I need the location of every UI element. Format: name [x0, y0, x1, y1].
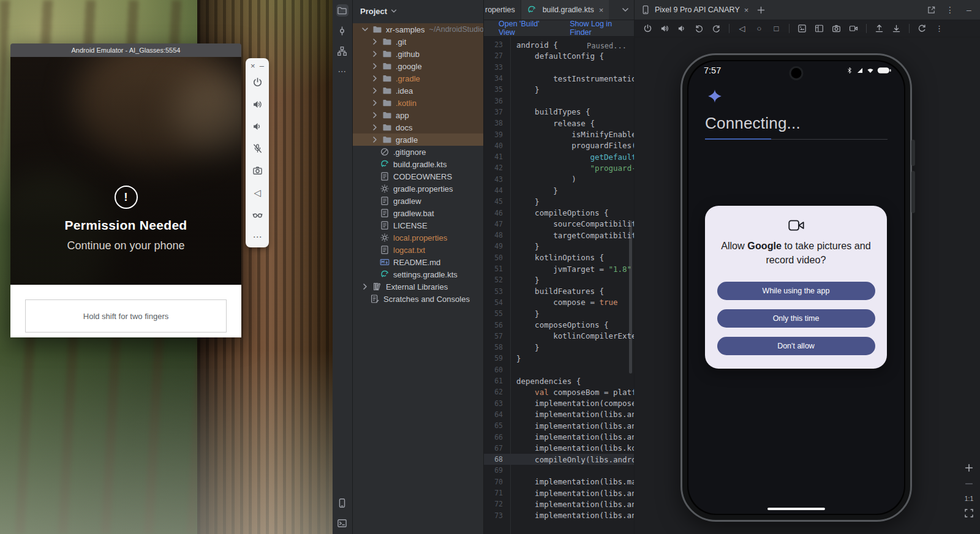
tree-item-external-libraries[interactable]: External Libraries — [353, 280, 483, 293]
device-phone-icon[interactable] — [336, 497, 349, 509]
commit-icon[interactable] — [336, 24, 349, 37]
tree-item-license[interactable]: LICENSE — [353, 219, 483, 231]
tree-item-gradlew-bat[interactable]: gradlew.bat — [353, 207, 483, 219]
tree-item-label: LICENSE — [393, 221, 428, 230]
more-icon[interactable]: ⋯ — [336, 65, 349, 77]
editor-scrollbar[interactable] — [629, 220, 632, 374]
hide-panel-icon[interactable]: – — [964, 5, 974, 15]
tree-item--github[interactable]: .github — [353, 48, 483, 60]
chevron-right-icon[interactable] — [370, 86, 380, 96]
tree-item-gradle[interactable]: gradle — [353, 134, 483, 146]
camera-icon[interactable] — [252, 165, 263, 176]
line-number: 49 — [484, 242, 510, 250]
folder-icon — [382, 61, 392, 71]
volume-down-icon[interactable] — [252, 121, 263, 132]
close-icon[interactable]: × — [251, 62, 255, 70]
tab-gradle-properties[interactable]: roperties — [484, 0, 521, 20]
chevron-right-icon[interactable] — [370, 98, 380, 108]
open-build-view-link[interactable]: Open 'Build' View — [499, 20, 556, 37]
dialog-button-don-t-allow[interactable]: Don't allow — [717, 337, 875, 355]
download-icon[interactable] — [892, 24, 901, 33]
upload-icon[interactable] — [875, 24, 884, 33]
tree-item--idea[interactable]: .idea — [353, 85, 483, 97]
tree-item-logcat-txt[interactable]: logcat.txt — [353, 244, 483, 256]
chevron-down-icon[interactable] — [360, 24, 370, 34]
tree-item--kotlin[interactable]: .kotlin — [353, 97, 483, 109]
code-line-39: 39 isMinifyEnabled — [484, 129, 634, 140]
show-log-in-finder-link[interactable]: Show Log in Finder — [570, 20, 634, 37]
structure-icon[interactable] — [336, 45, 349, 57]
tree-item-settings-gradle-kts[interactable]: settings.gradle.kts — [353, 268, 483, 280]
fit-screen-icon[interactable] — [964, 508, 974, 518]
line-number: 59 — [484, 354, 510, 363]
rotate-right-icon[interactable] — [712, 24, 721, 33]
tabs-dropdown-icon[interactable] — [620, 5, 630, 15]
volume-up-icon[interactable] — [252, 99, 263, 110]
tab-build-gradle-kts[interactable]: build.gradle.kts × — [521, 0, 609, 20]
tree-item-gradlew[interactable]: gradlew — [353, 195, 483, 207]
chevron-right-icon[interactable] — [370, 61, 380, 71]
layout-icon[interactable] — [815, 24, 824, 33]
terminal-icon[interactable] — [336, 517, 349, 529]
rotate-left-icon[interactable] — [695, 24, 704, 33]
emulator-window-title[interactable]: Android Emulator - AI_Glasses:5554 — [10, 43, 241, 57]
chevron-right-icon[interactable] — [360, 282, 370, 291]
tree-item--git[interactable]: .git — [353, 36, 483, 48]
restart-icon[interactable] — [918, 24, 927, 33]
tree-item--gitignore[interactable]: .gitignore — [353, 146, 483, 158]
chevron-down-icon[interactable] — [390, 7, 398, 15]
tree-item--google[interactable]: .google — [353, 60, 483, 72]
more-vertical-icon[interactable]: ⋮ — [935, 24, 944, 33]
power-icon[interactable] — [643, 24, 652, 33]
close-device-tab-icon[interactable]: × — [744, 6, 749, 15]
dialog-button-only-this-time[interactable]: Only this time — [717, 309, 875, 328]
volume-up-icon[interactable] — [660, 24, 669, 33]
home-icon[interactable]: ○ — [755, 24, 764, 33]
back-icon[interactable]: ◁ — [737, 24, 747, 33]
emulator-screen[interactable]: ! Permission Needed Continue on your pho… — [10, 57, 241, 285]
chevron-right-icon[interactable] — [370, 37, 380, 47]
chevron-right-icon[interactable] — [370, 135, 380, 145]
tree-item-codeowners[interactable]: CODEOWNERS — [353, 170, 483, 182]
video-icon[interactable] — [849, 24, 858, 33]
code-line-51: 51 jvmTarget = "1.8" — [484, 263, 634, 274]
tree-item-build-gradle-kts[interactable]: build.gradle.kts — [353, 158, 483, 170]
zoom-out-icon[interactable] — [964, 479, 974, 489]
line-number: 27 — [484, 51, 510, 60]
device-tab[interactable]: Pixel 9 Pro API CANARY — [655, 6, 740, 14]
dialog-button-while-using-the-app[interactable]: While using the app — [717, 282, 875, 300]
project-folder-icon[interactable] — [336, 4, 349, 17]
tree-item-docs[interactable]: docs — [353, 121, 483, 134]
tree-item-app[interactable]: app — [353, 109, 483, 121]
more-icon[interactable]: ⋯ — [252, 231, 263, 242]
chevron-right-icon[interactable] — [370, 49, 380, 59]
volume-down-icon[interactable] — [677, 24, 687, 33]
tree-item-local-properties[interactable]: local.properties — [353, 231, 483, 244]
glasses-icon[interactable] — [252, 209, 263, 220]
code-line-68: 68 compileOnly(libs.android — [484, 454, 634, 465]
add-device-tab-icon[interactable] — [756, 6, 766, 15]
chevron-right-icon[interactable] — [370, 110, 380, 120]
minimize-icon[interactable]: – — [260, 62, 264, 70]
power-icon[interactable] — [252, 77, 263, 88]
tree-item-scratches-and-consoles[interactable]: Scratches and Consoles — [353, 293, 483, 305]
open-in-window-icon[interactable] — [926, 5, 936, 15]
close-tab-icon[interactable]: × — [599, 6, 604, 15]
project-panel-title[interactable]: Project — [360, 7, 387, 16]
more-options-icon[interactable]: ⋮ — [945, 5, 955, 15]
chevron-right-icon[interactable] — [370, 73, 380, 83]
screenshot-icon[interactable] — [797, 24, 807, 33]
device-screen[interactable]: 7:57 Connecting... Allow Google to take … — [688, 61, 904, 514]
chevron-right-icon[interactable] — [370, 122, 380, 132]
tree-item--gradle[interactable]: .gradle — [353, 72, 483, 85]
code-editor[interactable]: 23android {27 defaultConfig {3334 testIn… — [484, 37, 634, 534]
back-icon[interactable]: ◁ — [252, 187, 263, 198]
overview-icon[interactable]: □ — [772, 24, 781, 33]
tree-item-gradle-properties[interactable]: gradle.properties — [353, 182, 483, 195]
mic-off-icon[interactable] — [252, 143, 263, 154]
tree-item-readme-md[interactable]: README.md — [353, 256, 483, 268]
tree-item-xr-samples[interactable]: xr-samples~/AndroidStudioProje — [353, 23, 483, 36]
home-indicator[interactable] — [767, 508, 825, 510]
camera-icon[interactable] — [832, 24, 841, 33]
zoom-in-icon[interactable] — [964, 463, 974, 473]
